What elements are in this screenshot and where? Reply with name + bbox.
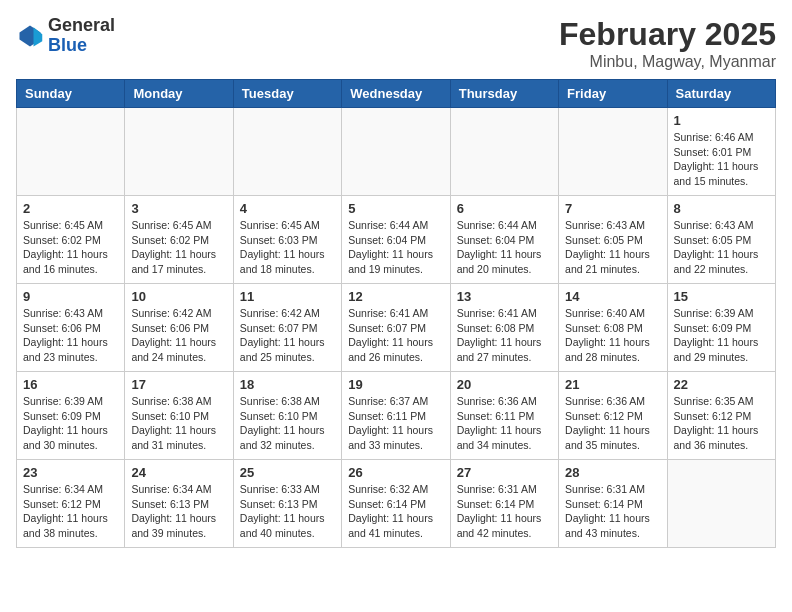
day-number: 14 (565, 289, 660, 304)
day-number: 1 (674, 113, 769, 128)
logo-blue-text: Blue (48, 35, 87, 55)
week-row-2: 2Sunrise: 6:45 AM Sunset: 6:02 PM Daylig… (17, 196, 776, 284)
day-number: 25 (240, 465, 335, 480)
weekday-header-monday: Monday (125, 80, 233, 108)
day-info: Sunrise: 6:32 AM Sunset: 6:14 PM Dayligh… (348, 482, 443, 541)
calendar-cell: 28Sunrise: 6:31 AM Sunset: 6:14 PM Dayli… (559, 460, 667, 548)
logo: General Blue (16, 16, 115, 56)
calendar-cell: 11Sunrise: 6:42 AM Sunset: 6:07 PM Dayli… (233, 284, 341, 372)
calendar-cell: 26Sunrise: 6:32 AM Sunset: 6:14 PM Dayli… (342, 460, 450, 548)
calendar-cell: 15Sunrise: 6:39 AM Sunset: 6:09 PM Dayli… (667, 284, 775, 372)
calendar-cell: 21Sunrise: 6:36 AM Sunset: 6:12 PM Dayli… (559, 372, 667, 460)
day-number: 16 (23, 377, 118, 392)
calendar-cell: 3Sunrise: 6:45 AM Sunset: 6:02 PM Daylig… (125, 196, 233, 284)
calendar-cell: 10Sunrise: 6:42 AM Sunset: 6:06 PM Dayli… (125, 284, 233, 372)
calendar-cell (17, 108, 125, 196)
logo-icon (16, 22, 44, 50)
day-number: 24 (131, 465, 226, 480)
day-info: Sunrise: 6:33 AM Sunset: 6:13 PM Dayligh… (240, 482, 335, 541)
calendar-cell: 17Sunrise: 6:38 AM Sunset: 6:10 PM Dayli… (125, 372, 233, 460)
calendar-cell (667, 460, 775, 548)
day-number: 7 (565, 201, 660, 216)
day-number: 12 (348, 289, 443, 304)
day-info: Sunrise: 6:34 AM Sunset: 6:12 PM Dayligh… (23, 482, 118, 541)
calendar-cell: 24Sunrise: 6:34 AM Sunset: 6:13 PM Dayli… (125, 460, 233, 548)
calendar-cell: 19Sunrise: 6:37 AM Sunset: 6:11 PM Dayli… (342, 372, 450, 460)
calendar-cell: 4Sunrise: 6:45 AM Sunset: 6:03 PM Daylig… (233, 196, 341, 284)
day-number: 18 (240, 377, 335, 392)
calendar-cell: 13Sunrise: 6:41 AM Sunset: 6:08 PM Dayli… (450, 284, 558, 372)
day-info: Sunrise: 6:35 AM Sunset: 6:12 PM Dayligh… (674, 394, 769, 453)
calendar-cell: 27Sunrise: 6:31 AM Sunset: 6:14 PM Dayli… (450, 460, 558, 548)
svg-marker-1 (34, 27, 43, 46)
calendar-cell: 23Sunrise: 6:34 AM Sunset: 6:12 PM Dayli… (17, 460, 125, 548)
calendar-cell: 18Sunrise: 6:38 AM Sunset: 6:10 PM Dayli… (233, 372, 341, 460)
day-info: Sunrise: 6:44 AM Sunset: 6:04 PM Dayligh… (348, 218, 443, 277)
day-number: 11 (240, 289, 335, 304)
calendar-cell: 8Sunrise: 6:43 AM Sunset: 6:05 PM Daylig… (667, 196, 775, 284)
day-info: Sunrise: 6:37 AM Sunset: 6:11 PM Dayligh… (348, 394, 443, 453)
calendar-cell: 6Sunrise: 6:44 AM Sunset: 6:04 PM Daylig… (450, 196, 558, 284)
day-number: 27 (457, 465, 552, 480)
calendar-cell: 5Sunrise: 6:44 AM Sunset: 6:04 PM Daylig… (342, 196, 450, 284)
week-row-5: 23Sunrise: 6:34 AM Sunset: 6:12 PM Dayli… (17, 460, 776, 548)
calendar-cell: 20Sunrise: 6:36 AM Sunset: 6:11 PM Dayli… (450, 372, 558, 460)
day-info: Sunrise: 6:31 AM Sunset: 6:14 PM Dayligh… (565, 482, 660, 541)
day-info: Sunrise: 6:31 AM Sunset: 6:14 PM Dayligh… (457, 482, 552, 541)
calendar-cell: 1Sunrise: 6:46 AM Sunset: 6:01 PM Daylig… (667, 108, 775, 196)
weekday-header-friday: Friday (559, 80, 667, 108)
day-info: Sunrise: 6:38 AM Sunset: 6:10 PM Dayligh… (240, 394, 335, 453)
day-number: 21 (565, 377, 660, 392)
calendar-cell (450, 108, 558, 196)
calendar-cell: 2Sunrise: 6:45 AM Sunset: 6:02 PM Daylig… (17, 196, 125, 284)
day-info: Sunrise: 6:40 AM Sunset: 6:08 PM Dayligh… (565, 306, 660, 365)
day-info: Sunrise: 6:36 AM Sunset: 6:11 PM Dayligh… (457, 394, 552, 453)
day-number: 20 (457, 377, 552, 392)
day-number: 15 (674, 289, 769, 304)
day-number: 3 (131, 201, 226, 216)
calendar-cell: 7Sunrise: 6:43 AM Sunset: 6:05 PM Daylig… (559, 196, 667, 284)
day-number: 19 (348, 377, 443, 392)
day-number: 2 (23, 201, 118, 216)
calendar: SundayMondayTuesdayWednesdayThursdayFrid… (16, 79, 776, 548)
weekday-header-thursday: Thursday (450, 80, 558, 108)
day-number: 22 (674, 377, 769, 392)
header: General Blue February 2025 Minbu, Magway… (16, 16, 776, 71)
day-info: Sunrise: 6:39 AM Sunset: 6:09 PM Dayligh… (23, 394, 118, 453)
calendar-cell: 14Sunrise: 6:40 AM Sunset: 6:08 PM Dayli… (559, 284, 667, 372)
day-info: Sunrise: 6:36 AM Sunset: 6:12 PM Dayligh… (565, 394, 660, 453)
title-area: February 2025 Minbu, Magway, Myanmar (559, 16, 776, 71)
day-info: Sunrise: 6:43 AM Sunset: 6:05 PM Dayligh… (565, 218, 660, 277)
day-info: Sunrise: 6:38 AM Sunset: 6:10 PM Dayligh… (131, 394, 226, 453)
calendar-cell (125, 108, 233, 196)
day-info: Sunrise: 6:44 AM Sunset: 6:04 PM Dayligh… (457, 218, 552, 277)
day-number: 4 (240, 201, 335, 216)
location-title: Minbu, Magway, Myanmar (559, 53, 776, 71)
day-info: Sunrise: 6:42 AM Sunset: 6:06 PM Dayligh… (131, 306, 226, 365)
weekday-header-saturday: Saturday (667, 80, 775, 108)
calendar-cell (559, 108, 667, 196)
day-number: 8 (674, 201, 769, 216)
calendar-cell: 12Sunrise: 6:41 AM Sunset: 6:07 PM Dayli… (342, 284, 450, 372)
logo-general-text: General (48, 15, 115, 35)
weekday-header-row: SundayMondayTuesdayWednesdayThursdayFrid… (17, 80, 776, 108)
day-info: Sunrise: 6:42 AM Sunset: 6:07 PM Dayligh… (240, 306, 335, 365)
day-info: Sunrise: 6:34 AM Sunset: 6:13 PM Dayligh… (131, 482, 226, 541)
day-info: Sunrise: 6:45 AM Sunset: 6:03 PM Dayligh… (240, 218, 335, 277)
day-info: Sunrise: 6:46 AM Sunset: 6:01 PM Dayligh… (674, 130, 769, 189)
day-info: Sunrise: 6:41 AM Sunset: 6:07 PM Dayligh… (348, 306, 443, 365)
calendar-cell: 16Sunrise: 6:39 AM Sunset: 6:09 PM Dayli… (17, 372, 125, 460)
logo-text: General Blue (48, 16, 115, 56)
week-row-1: 1Sunrise: 6:46 AM Sunset: 6:01 PM Daylig… (17, 108, 776, 196)
calendar-cell (342, 108, 450, 196)
weekday-header-sunday: Sunday (17, 80, 125, 108)
weekday-header-wednesday: Wednesday (342, 80, 450, 108)
weekday-header-tuesday: Tuesday (233, 80, 341, 108)
day-info: Sunrise: 6:41 AM Sunset: 6:08 PM Dayligh… (457, 306, 552, 365)
week-row-3: 9Sunrise: 6:43 AM Sunset: 6:06 PM Daylig… (17, 284, 776, 372)
day-number: 26 (348, 465, 443, 480)
calendar-cell: 22Sunrise: 6:35 AM Sunset: 6:12 PM Dayli… (667, 372, 775, 460)
day-info: Sunrise: 6:39 AM Sunset: 6:09 PM Dayligh… (674, 306, 769, 365)
day-info: Sunrise: 6:45 AM Sunset: 6:02 PM Dayligh… (131, 218, 226, 277)
day-number: 17 (131, 377, 226, 392)
